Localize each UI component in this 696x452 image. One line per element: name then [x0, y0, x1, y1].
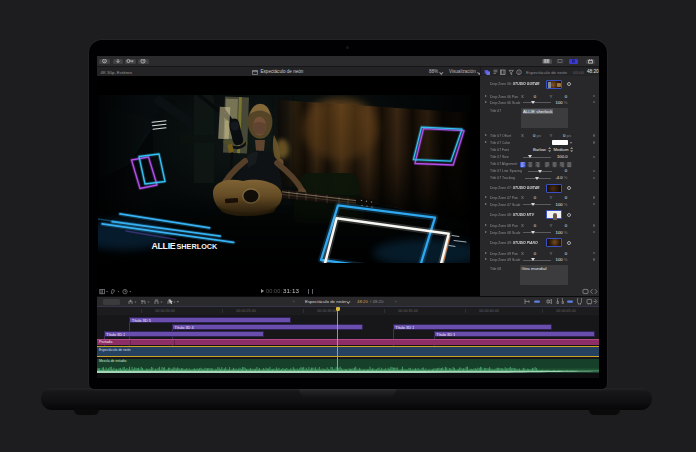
svg-text:ALLIE: ALLIE: [151, 241, 176, 251]
svg-text:SHERLOCK: SHERLOCK: [176, 244, 218, 251]
